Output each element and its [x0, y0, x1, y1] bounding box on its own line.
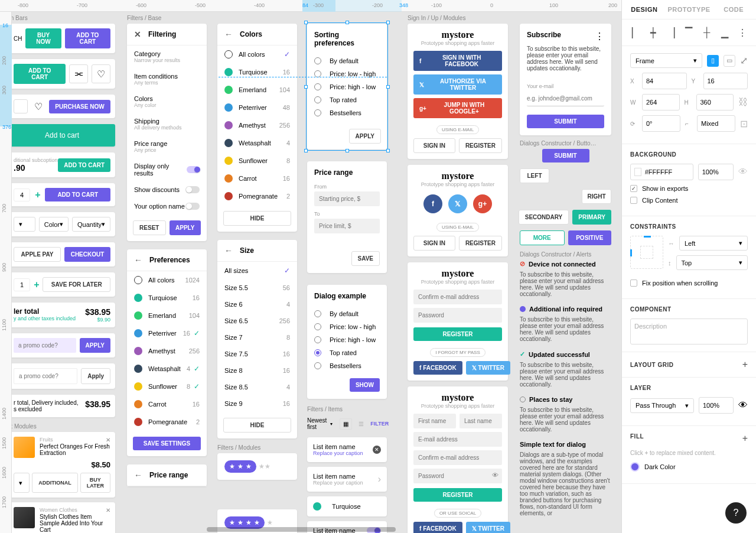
share-icon[interactable]: ⫘: [69, 64, 88, 83]
add-to-cart-button[interactable]: ADD TO CART: [65, 28, 110, 48]
add-to-cart-button[interactable]: ADD TO CART: [45, 188, 110, 202]
add-to-cart-big[interactable]: Add to cart: [12, 124, 115, 147]
rating-pill[interactable]: ★★★: [224, 460, 256, 473]
eye-icon[interactable]: 👁: [492, 472, 498, 479]
plus-icon[interactable]: +: [742, 433, 748, 444]
hide-button[interactable]: HIDE: [223, 418, 291, 433]
color-row[interactable]: Turquiose16: [127, 289, 207, 307]
plus-icon[interactable]: +: [34, 280, 39, 290]
heart-icon[interactable]: ♡: [92, 64, 110, 83]
back-icon[interactable]: ←: [224, 30, 233, 39]
size-row[interactable]: Size 6.5256: [217, 313, 297, 329]
purchase-button[interactable]: PURCHASE NOW: [49, 100, 110, 113]
facebook-icon[interactable]: f: [423, 194, 442, 213]
back-icon[interactable]: ←: [224, 246, 233, 255]
twitter-icon[interactable]: 𝕏: [448, 194, 467, 213]
facebook-button[interactable]: fSIGN IN WITH FACEBOOK: [413, 51, 502, 71]
rotation-input[interactable]: [646, 120, 676, 127]
apply-button[interactable]: APPLY: [170, 220, 201, 235]
sort-option[interactable]: By default: [314, 307, 380, 320]
close-icon[interactable]: ✕: [134, 30, 141, 39]
visibility-icon[interactable]: 👁: [738, 167, 748, 177]
checkbox[interactable]: [630, 185, 637, 192]
google-icon[interactable]: g+: [473, 194, 492, 213]
hide-button[interactable]: HIDE: [223, 211, 291, 226]
frame-type-dropdown[interactable]: Frame▾: [630, 53, 702, 68]
price-from-input[interactable]: [314, 191, 380, 206]
align-top-icon[interactable]: ▔: [680, 25, 698, 40]
save-later-button[interactable]: SAVE FOR LATER: [43, 277, 110, 292]
apply-button[interactable]: APPLY: [80, 338, 110, 353]
sort-option[interactable]: By default: [314, 54, 380, 67]
checkbox[interactable]: [630, 197, 637, 204]
align-left-icon[interactable]: ▏: [627, 25, 644, 40]
close-icon[interactable]: ✕: [106, 437, 110, 443]
save-button[interactable]: SAVE: [351, 251, 380, 266]
sort-option[interactable]: Top rated: [314, 346, 380, 359]
back-icon[interactable]: ←: [134, 470, 142, 480]
blend-dropdown[interactable]: Pass Through▾: [630, 398, 694, 413]
align-right-icon[interactable]: ▕: [662, 25, 680, 40]
color-row[interactable]: Emerland104: [217, 81, 297, 99]
color-row[interactable]: Amethyst256: [127, 342, 207, 360]
color-row[interactable]: Pomegranate2: [217, 187, 297, 205]
dropdown[interactable]: ▾: [14, 217, 35, 232]
sort-option[interactable]: Top rated: [314, 93, 380, 106]
color-row[interactable]: Peterriver48: [217, 99, 297, 116]
buy-now-button[interactable]: BUY NOW: [25, 28, 61, 48]
size-row[interactable]: Size 5.556: [217, 280, 297, 296]
scrollbar-thumb[interactable]: [207, 527, 396, 532]
reset-button[interactable]: RESET: [133, 220, 166, 235]
sort-option[interactable]: Price: high - low: [314, 333, 380, 346]
color-row[interactable]: Amethyst256: [217, 116, 297, 134]
checkout-button[interactable]: CHECKOUT: [64, 247, 110, 262]
add-to-cart-button[interactable]: ADD TO CART: [14, 64, 66, 84]
heart-icon[interactable]: ♡: [31, 99, 45, 113]
color-row[interactable]: Pomegranate2: [127, 413, 207, 431]
color-style-swatch[interactable]: [630, 462, 640, 472]
w-input[interactable]: [646, 99, 676, 106]
color-row[interactable]: All colors1024: [127, 271, 207, 289]
grid-icon[interactable]: ▦: [340, 418, 352, 430]
color-row[interactable]: Carrot16: [127, 395, 207, 413]
size-row[interactable]: Size 7.516: [217, 346, 297, 362]
plus-icon[interactable]: +: [35, 190, 40, 200]
size-row[interactable]: All sizes✓: [217, 262, 297, 280]
size-row[interactable]: Size 64: [217, 296, 297, 313]
align-vcenter-icon[interactable]: ┼: [698, 25, 716, 40]
color-row[interactable]: Carrot16: [217, 170, 297, 187]
show-button[interactable]: SHOW: [350, 378, 380, 392]
radius-input[interactable]: [701, 120, 731, 127]
email-input[interactable]: [527, 91, 604, 106]
sort-option[interactable]: Price: low - high: [314, 67, 380, 80]
close-icon[interactable]: ✕: [106, 507, 110, 514]
design-canvas[interactable]: m Bars CH BUY NOW ADD TO CART ADD TO CAR…: [12, 12, 621, 533]
apply-button[interactable]: APPLY: [349, 129, 381, 144]
tab-prototype[interactable]: PROTOTYPE: [667, 0, 712, 19]
checkbox[interactable]: [630, 280, 637, 287]
constraints-diagram[interactable]: [630, 236, 663, 269]
visibility-icon[interactable]: 👁: [738, 400, 748, 411]
save-settings-button[interactable]: SAVE SETTINGS: [133, 437, 201, 450]
x-input[interactable]: [646, 77, 683, 84]
size-row[interactable]: Size 816: [217, 362, 297, 379]
add-to-cart-button[interactable]: ADD TO CART: [58, 158, 110, 172]
back-icon[interactable]: ←: [134, 255, 142, 265]
close-icon[interactable]: ✕: [373, 446, 381, 454]
price-to-input[interactable]: [314, 219, 380, 233]
color-row[interactable]: Sunflower8: [217, 152, 297, 170]
plus-icon[interactable]: +: [742, 359, 748, 370]
color-row[interactable]: Peterriver16✓: [127, 324, 207, 342]
align-bottom-icon[interactable]: ▁: [716, 25, 734, 40]
promo-input[interactable]: [14, 338, 76, 353]
orientation-portrait-icon[interactable]: ▯: [707, 55, 719, 67]
more-icon[interactable]: ⋮: [595, 31, 604, 42]
size-row[interactable]: Size 78: [217, 329, 297, 346]
toggle[interactable]: [185, 203, 200, 210]
hconstraint-dropdown[interactable]: Left▾: [679, 236, 748, 251]
distribute-icon[interactable]: ⋮: [734, 25, 751, 40]
qty-dropdown[interactable]: Quantity▾: [72, 217, 110, 232]
sort-option[interactable]: Price: low - high: [314, 320, 380, 333]
google-button[interactable]: g+JUMP IN WITH GOOGLE+: [413, 98, 502, 118]
color-row[interactable]: Sunflower8✓: [127, 378, 207, 395]
